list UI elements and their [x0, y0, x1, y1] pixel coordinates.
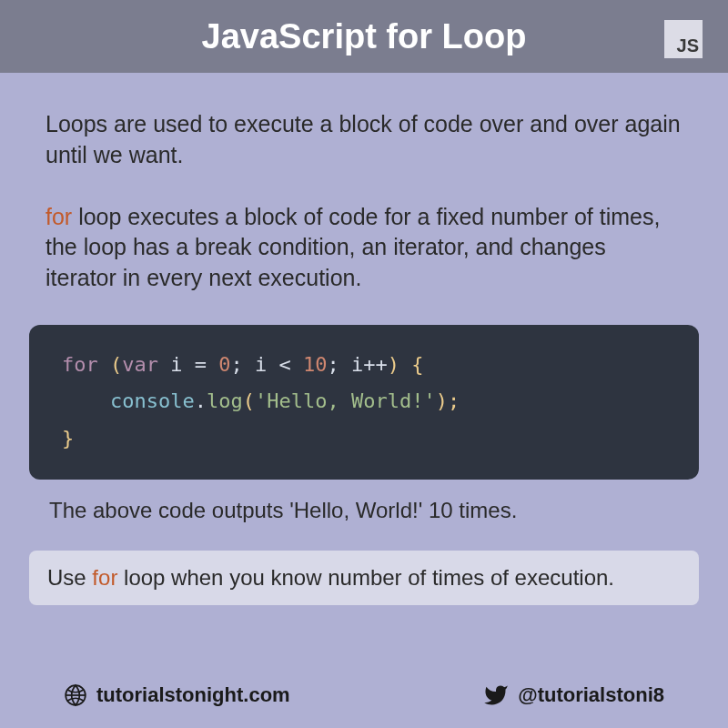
twitter-icon: [483, 682, 509, 708]
output-note: The above code outputs 'Hello, World!' 1…: [46, 498, 682, 523]
intro-paragraph: Loops are used to execute a block of cod…: [46, 109, 682, 171]
footer-site: tutorialstonight.com: [64, 683, 290, 707]
tip-pre: Use: [47, 565, 92, 590]
for-description: for loop executes a block of code for a …: [46, 202, 682, 294]
footer-handle: @tutorialstoni8: [483, 682, 664, 708]
tip-keyword: for: [92, 565, 117, 590]
for-description-text: loop executes a block of code for a fixe…: [46, 204, 660, 291]
site-url: tutorialstonight.com: [96, 683, 290, 707]
globe-icon: [64, 683, 87, 707]
header-bar: JavaScript for Loop JS: [0, 0, 728, 73]
for-keyword: for: [46, 204, 72, 229]
page-title: JavaScript for Loop: [202, 17, 527, 56]
footer: tutorialstonight.com @tutorialstoni8: [0, 682, 728, 708]
tip-post: loop when you know number of times of ex…: [117, 565, 614, 590]
code-line-2: console.log('Hello, World!');: [62, 383, 666, 420]
content-area: Loops are used to execute a block of cod…: [0, 73, 728, 605]
twitter-handle: @tutorialstoni8: [518, 683, 664, 707]
code-line-1: for (var i = 0; i < 10; i++) {: [62, 347, 666, 384]
code-block: for (var i = 0; i < 10; i++) { console.l…: [29, 325, 699, 480]
js-badge: JS: [664, 20, 703, 58]
code-line-3: }: [62, 420, 666, 458]
tip-box: Use for loop when you know number of tim…: [29, 551, 699, 605]
